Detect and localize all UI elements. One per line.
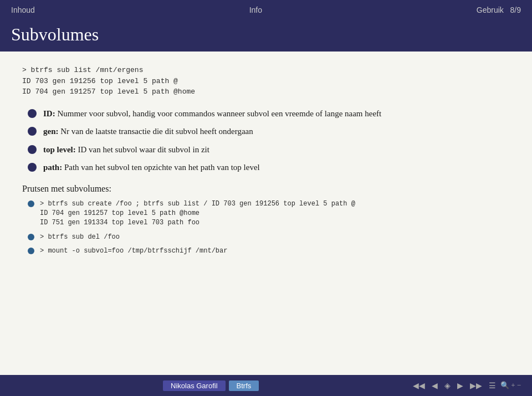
bullet-text-gen: gen: Nr van de laatste transactie die di…	[43, 125, 510, 138]
sub-bullet-icon	[28, 248, 34, 254]
list-item: ID: Nummer voor subvol, handig voor comm…	[28, 107, 510, 120]
sub-bullet-icon	[28, 234, 34, 240]
bullet-text-toplevel: top level: ID van het subvol waar dit su…	[43, 143, 510, 156]
search-minus-icon[interactable]: −	[517, 381, 521, 390]
bullet-keyword-path: path:	[43, 163, 62, 172]
nav-next-icon[interactable]: ▶	[455, 380, 466, 392]
main-bullet-list: ID: Nummer voor subvol, handig voor comm…	[28, 107, 510, 174]
bullet-text-id: ID: Nummer voor subvol, handig voor comm…	[43, 107, 510, 120]
bullet-desc-id: Nummer voor subvol, handig voor commando…	[55, 109, 382, 118]
slide-content: > btrfs sub list /mnt/ergens ID 703 gen …	[0, 52, 532, 375]
top-navigation-bar: Inhoud Info Gebruik 8/9	[0, 0, 532, 20]
slide-title: Subvolumes	[11, 24, 521, 45]
bullet-icon	[28, 163, 37, 172]
section-heading: Prutsen met subvolumes:	[22, 184, 510, 194]
sub-code-line: > btrfs sub create /foo ; btrfs sub list…	[40, 199, 355, 209]
sub-bullet-icon	[28, 200, 34, 207]
code-line-1: > btrfs sub list /mnt/ergens	[22, 65, 510, 76]
code-line-3: ID 704 gen 191257 top level 5 path @home	[22, 86, 510, 97]
sub-bullet-list: > btrfs sub create /foo ; btrfs sub list…	[28, 199, 510, 256]
sub-code-line: ID 704 gen 191257 top level 5 path @home	[40, 209, 355, 218]
sub-code-line: > btrfs sub del /foo	[40, 233, 120, 242]
bottom-right-nav: ◀◀ ◀ ◈ ▶ ▶▶ ☰ 🔍 + −	[411, 380, 521, 392]
presentation-label: Btrfs	[229, 380, 259, 391]
nav-gebruik[interactable]: Gebruik	[477, 6, 504, 14]
nav-bookmark-icon[interactable]: ◈	[442, 380, 453, 392]
list-item: > btrfs sub del /foo	[28, 233, 510, 242]
nav-last-icon[interactable]: ▶▶	[468, 380, 484, 392]
search-area: 🔍 + −	[500, 381, 521, 390]
nav-info[interactable]: Info	[35, 6, 477, 14]
bottom-center-area: Nikolas Garofil Btrfs	[11, 380, 411, 391]
bullet-icon	[28, 109, 37, 118]
page-number: 8/9	[510, 6, 521, 14]
nav-gebruik-page: Gebruik 8/9	[477, 6, 521, 14]
sub-code-create: > btrfs sub create /foo ; btrfs sub list…	[40, 199, 355, 228]
nav-inhoud[interactable]: Inhoud	[11, 6, 35, 14]
bullet-keyword-id: ID:	[43, 109, 55, 118]
search-icon[interactable]: 🔍	[500, 381, 509, 390]
sub-code-del: > btrfs sub del /foo	[40, 233, 120, 242]
bullet-desc-toplevel: ID van het subvol waar dit subvol in zit	[76, 145, 209, 154]
bullet-icon	[28, 127, 37, 136]
code-line-2: ID 703 gen 191256 top level 5 path @	[22, 76, 510, 87]
bullet-desc-gen: Nr van de laatste transactie die dit sub…	[59, 127, 253, 136]
list-item: gen: Nr van de laatste transactie die di…	[28, 125, 510, 138]
list-item: > btrfs sub create /foo ; btrfs sub list…	[28, 199, 510, 228]
sub-code-line: ID 751 gen 191334 top level 703 path foo	[40, 218, 355, 228]
sub-code-line: > mount -o subvol=foo /tmp/btrfsschijf /…	[40, 246, 227, 256]
list-item: top level: ID van het subvol waar dit su…	[28, 143, 510, 156]
nav-first-icon[interactable]: ◀◀	[411, 380, 427, 392]
title-bar: Subvolumes	[0, 20, 532, 52]
author-label: Nikolas Garofil	[163, 380, 226, 391]
nav-menu-icon[interactable]: ☰	[487, 380, 498, 392]
bullet-desc-path: Path van het subvol ten opzichte van het…	[62, 163, 260, 172]
search-plus-icon[interactable]: +	[511, 381, 515, 390]
sub-code-mount: > mount -o subvol=foo /tmp/btrfsschijf /…	[40, 246, 227, 256]
bullet-keyword-toplevel: top level:	[43, 145, 76, 154]
bullet-keyword-gen: gen:	[43, 127, 59, 136]
list-item: path: Path van het subvol ten opzichte v…	[28, 161, 510, 174]
bottom-bar: Nikolas Garofil Btrfs ◀◀ ◀ ◈ ▶ ▶▶ ☰ 🔍 + …	[0, 375, 532, 396]
bullet-icon	[28, 145, 37, 154]
code-intro-block: > btrfs sub list /mnt/ergens ID 703 gen …	[22, 65, 510, 97]
nav-prev-icon[interactable]: ◀	[429, 380, 440, 392]
list-item: > mount -o subvol=foo /tmp/btrfsschijf /…	[28, 246, 510, 256]
bullet-text-path: path: Path van het subvol ten opzichte v…	[43, 161, 510, 174]
